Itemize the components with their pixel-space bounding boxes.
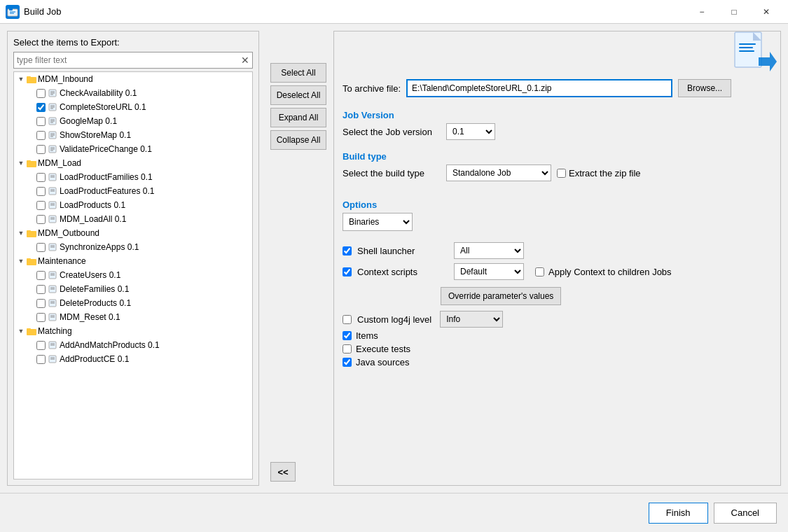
deselect-all-button[interactable]: Deselect All (270, 85, 326, 105)
log4j-row: Custom log4j level Info Debug Warn Error (343, 311, 772, 328)
tree-label-maintenance: Maintenance (38, 256, 86, 266)
checkbox-loadprodfam[interactable] (36, 173, 46, 182)
checkbox-checkavailability[interactable] (36, 89, 46, 98)
chevron-matching[interactable] (17, 327, 25, 335)
chevron-mdm-outbound[interactable] (17, 229, 25, 237)
tree-label-addmatchproducts: AddAndMatchProducts 0.1 (60, 340, 160, 350)
tree-item-mdmreset[interactable]: MDM_Reset 0.1 (14, 310, 252, 324)
file-icon-googlemap (48, 117, 58, 125)
tree-item-completestoreurl[interactable]: CompleteStoreURL 0.1 (14, 100, 252, 114)
tree-item-checkavailability[interactable]: CheckAvailability 0.1 (14, 86, 252, 100)
context-scripts-row: Context scripts Default All None Apply C… (343, 263, 772, 280)
log4j-checkbox[interactable] (343, 315, 352, 324)
close-button[interactable]: ✕ (750, 0, 782, 24)
file-icon-loadprodfeat (48, 187, 58, 195)
tree-item-deleteproducts[interactable]: DeleteProducts 0.1 (14, 296, 252, 310)
checkbox-mdmloadall[interactable] (36, 215, 46, 224)
chevron-e8 (28, 201, 36, 209)
chevron-empty4 (28, 131, 36, 139)
tree-label-createusers: CreateUsers 0.1 (60, 270, 120, 280)
tree-item-mdmloadall[interactable]: MDM_LoadAll 0.1 (14, 212, 252, 226)
checkbox-showstoremap[interactable] (36, 131, 46, 140)
build-type-select[interactable]: Standalone Job Autonomous Job OSGI Bundl… (446, 164, 551, 181)
checkbox-completestoreurl[interactable] (36, 103, 46, 112)
java-sources-checkbox[interactable] (343, 358, 352, 367)
apply-context-checkbox[interactable] (535, 267, 544, 276)
chevron-e12 (28, 285, 36, 293)
tree-folder-matching[interactable]: Matching (14, 324, 252, 338)
context-scripts-checkbox[interactable] (343, 267, 352, 276)
checkbox-addproductce[interactable] (36, 355, 46, 364)
chevron-mdm-load[interactable] (17, 159, 25, 167)
tree-item-addproductce[interactable]: AddProductCE 0.1 (14, 352, 252, 366)
tree-item-showstoremap[interactable]: ShowStoreMap 0.1 (14, 128, 252, 142)
shell-launcher-select[interactable]: All Unix Windows (454, 242, 524, 259)
file-icon-addproductce (48, 355, 58, 363)
svg-rect-66 (27, 328, 31, 330)
checkbox-deleteproducts[interactable] (36, 299, 46, 308)
finish-button[interactable]: Finish (649, 503, 708, 524)
checkbox-mdmreset[interactable] (36, 313, 46, 322)
tree-label-mdmreset: MDM_Reset 0.1 (60, 312, 120, 322)
tree-item-syncapps[interactable]: SynchronizeApps 0.1 (14, 240, 252, 254)
tree-item-deletefamilies[interactable]: DeleteFamilies 0.1 (14, 282, 252, 296)
chevron-empty (28, 89, 36, 97)
extract-zip-checkbox[interactable] (557, 169, 566, 178)
filter-input[interactable] (14, 55, 238, 65)
apply-context-label: Apply Context to children Jobs (548, 267, 672, 277)
select-all-button[interactable]: Select All (270, 63, 326, 83)
filter-clear-button[interactable]: ✕ (238, 53, 252, 67)
tree-folder-mdm-outbound[interactable]: MDM_Outbound (14, 226, 252, 240)
tree-folder-mdm-inbound[interactable]: MDM_Inbound (14, 72, 252, 86)
shell-launcher-label: Shell launcher (357, 246, 448, 256)
override-button[interactable]: Override parameter's values (441, 287, 561, 305)
checkbox-syncapps[interactable] (36, 243, 46, 252)
tree-item-createusers[interactable]: CreateUsers 0.1 (14, 268, 252, 282)
svg-rect-33 (27, 160, 31, 162)
tree-label-syncapps: SynchronizeApps 0.1 (60, 242, 139, 252)
tree-item-addmatchproducts[interactable]: AddAndMatchProducts 0.1 (14, 338, 252, 352)
binaries-select[interactable]: Binaries Sources (343, 213, 413, 231)
chevron-mdm-inbound[interactable] (17, 75, 25, 83)
tree-item-loadprodfam[interactable]: LoadProductFamilies 0.1 (14, 170, 252, 184)
tree-item-validateprice[interactable]: ValidatePriceChange 0.1 (14, 142, 252, 156)
build-type-label: Build type (343, 151, 772, 162)
extract-zip-label: Extract the zip file (569, 168, 641, 178)
left-section: Select the items to Export: ✕ MDM_Inboun… (7, 31, 266, 486)
arrow-back-button[interactable]: << (270, 462, 296, 482)
checkbox-loadprodfeat[interactable] (36, 187, 46, 196)
tree-item-loadproducts[interactable]: LoadProducts 0.1 (14, 198, 252, 212)
tree-folder-mdm-load[interactable]: MDM_Load (14, 156, 252, 170)
checkbox-validateprice[interactable] (36, 145, 46, 154)
checkbox-addmatchproducts[interactable] (36, 341, 46, 350)
minimize-button[interactable]: − (686, 0, 718, 24)
folder-icon-maintenance (27, 257, 36, 265)
chevron-e7 (28, 187, 36, 195)
cancel-button[interactable]: Cancel (714, 503, 777, 524)
items-checkbox[interactable] (343, 331, 352, 340)
tree-container[interactable]: MDM_Inbound CheckAvailability 0.1 (13, 71, 253, 479)
tree-item-googlemap[interactable]: GoogleMap 0.1 (14, 114, 252, 128)
archive-input[interactable] (406, 79, 672, 97)
file-icon-validateprice (48, 145, 58, 153)
collapse-all-button[interactable]: Collapse All (270, 130, 326, 150)
tree-label-mdm-load: MDM_Load (38, 158, 81, 168)
expand-all-button[interactable]: Expand All (270, 108, 326, 127)
tree-folder-maintenance[interactable]: Maintenance (14, 254, 252, 268)
job-version-label: Job Version (343, 110, 772, 120)
browse-button[interactable]: Browse... (678, 79, 731, 97)
checkbox-loadproducts[interactable] (36, 201, 46, 210)
file-icon-createusers (48, 271, 58, 279)
execute-tests-checkbox[interactable] (343, 344, 352, 354)
checkbox-createusers[interactable] (36, 271, 46, 280)
log4j-select[interactable]: Info Debug Warn Error (440, 311, 503, 328)
tree-item-loadprodfeat[interactable]: LoadProductFeatures 0.1 (14, 184, 252, 198)
context-scripts-select[interactable]: Default All None (454, 263, 524, 280)
execute-tests-row: Execute tests (343, 344, 772, 354)
shell-launcher-checkbox[interactable] (343, 246, 352, 255)
job-version-select[interactable]: 0.1 0.2 1.0 (446, 123, 495, 140)
checkbox-googlemap[interactable] (36, 117, 46, 126)
maximize-button[interactable]: □ (718, 0, 750, 24)
checkbox-deletefamilies[interactable] (36, 285, 46, 294)
chevron-maintenance[interactable] (17, 257, 25, 265)
